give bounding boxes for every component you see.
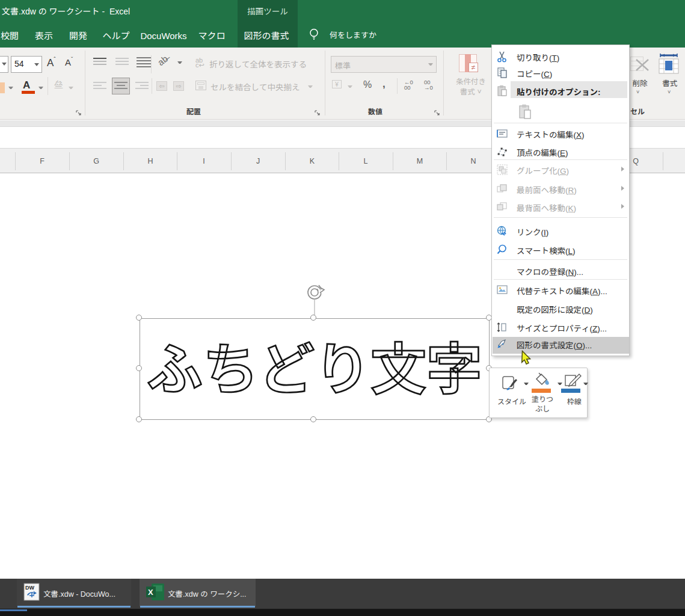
svg-text:X: X bbox=[148, 588, 153, 597]
svg-text:DW: DW bbox=[25, 585, 34, 591]
